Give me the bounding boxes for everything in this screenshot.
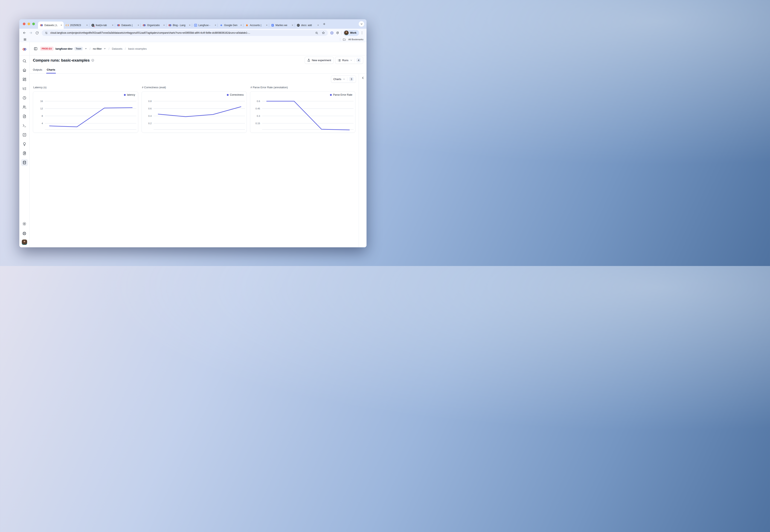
chevron-down-icon: [360, 23, 363, 25]
org-chevron-down-icon[interactable]: [85, 47, 87, 50]
back-icon: [23, 31, 26, 35]
browser-tab[interactable]: Datasets |×: [115, 22, 141, 29]
password-manager-icon[interactable]: [330, 30, 335, 35]
tab-close-icon[interactable]: ×: [189, 24, 190, 27]
reload-button[interactable]: [34, 30, 40, 36]
browser-tab[interactable]: Marlies we×: [269, 22, 295, 29]
chevron-left-icon: [361, 76, 364, 79]
tab-outputs[interactable]: Outputs: [33, 68, 42, 73]
sidebar-item-playground[interactable]: [21, 122, 28, 129]
org-type-badge: Team: [74, 47, 83, 50]
tab-search-button[interactable]: [359, 21, 364, 27]
tab-close-icon[interactable]: ×: [292, 24, 293, 27]
tab-close-icon[interactable]: ×: [240, 24, 242, 27]
browser-tab[interactable]: docs: add×: [295, 22, 321, 29]
tab-list: Datasets | L×20250923×✕feat(io-tab×Datas…: [38, 19, 321, 29]
close-window-button[interactable]: [23, 23, 25, 25]
tune-icon: [45, 31, 48, 34]
chart-title: # Correctness (eval): [142, 86, 247, 89]
extensions-icon[interactable]: [335, 30, 340, 35]
project-name[interactable]: no-filter: [93, 47, 102, 50]
collapse-panel-chevron-left-icon[interactable]: [361, 76, 365, 80]
forward-button[interactable]: [28, 30, 34, 36]
langfuse-logo[interactable]: [22, 47, 27, 51]
tab-close-icon[interactable]: ×: [112, 24, 114, 27]
legend-dot: [330, 94, 332, 96]
sidebar-item-settings[interactable]: [21, 220, 28, 227]
info-icon[interactable]: [91, 59, 94, 62]
tab-close-icon[interactable]: ×: [163, 24, 165, 27]
url-text: cloud.langfuse.com/project/cmfwgv8fx002o…: [50, 31, 313, 34]
tab-close-icon[interactable]: ×: [60, 24, 62, 27]
tab-close-icon[interactable]: ×: [86, 24, 88, 27]
chart-legend: Correctness: [227, 93, 244, 96]
profile-label: Work: [350, 31, 356, 34]
sidebar-bottom: [21, 220, 28, 245]
tab-close-icon[interactable]: ×: [215, 24, 216, 27]
browser-tab[interactable]: Accounts |×: [244, 22, 269, 29]
svg-text:8: 8: [41, 115, 43, 117]
onepassword-icon: [330, 31, 334, 35]
sidebar-item-support[interactable]: [21, 230, 28, 237]
tab-close-icon[interactable]: ×: [266, 24, 268, 27]
browser-tab[interactable]: Google Gen×: [218, 22, 244, 29]
breadcrumb-dataset-name[interactable]: basic-examples: [128, 47, 147, 50]
zoom-icon[interactable]: [314, 30, 319, 35]
address-bar[interactable]: cloud.langfuse.com/project/cmfwgv8fx002o…: [42, 30, 328, 36]
sidebar-toggle-icon[interactable]: [33, 46, 38, 51]
project-chevron-down-icon[interactable]: [103, 47, 106, 50]
site-info-icon[interactable]: [44, 30, 49, 35]
browser-menu-icon[interactable]: [360, 30, 364, 35]
page-header: Compare runs: basic-examples New experim…: [30, 55, 367, 65]
tab-close-icon[interactable]: ×: [317, 24, 319, 27]
runs-dropdown-button[interactable]: Runs 4: [335, 57, 363, 64]
flask-icon: [307, 59, 310, 62]
sidebar-item-annotation-queues[interactable]: [21, 150, 28, 157]
charts-dropdown-button[interactable]: Charts 3: [331, 76, 356, 83]
browser-tab[interactable]: Datasets | L×: [38, 22, 64, 29]
breadcrumb: PROD-EU langfuse-dev Team / no-filter / …: [30, 42, 367, 55]
langfuse-favicon: [117, 24, 120, 27]
tab-charts[interactable]: Charts: [47, 68, 55, 73]
sidebar-item-evaluation[interactable]: [21, 131, 28, 138]
sidebar-item-users[interactable]: [21, 104, 28, 111]
sidebar-item-home[interactable]: [21, 67, 28, 74]
browser-tab[interactable]: 6Langfuse -×: [192, 22, 218, 29]
sidebar-item-prompts[interactable]: [21, 113, 28, 120]
sidebar-item-datasets[interactable]: [21, 159, 28, 166]
sidebar-item-dashboards[interactable]: [21, 76, 28, 83]
profile-chip[interactable]: Work: [343, 30, 359, 36]
chart-card: Parse Error Rate0.60.450.30.15: [250, 91, 355, 133]
notes-favicon: [271, 24, 274, 27]
lifebuoy-icon: [22, 231, 26, 236]
sidebar-item-sessions[interactable]: [21, 94, 28, 101]
new-tab-button[interactable]: [322, 21, 327, 27]
browser-tab[interactable]: ✕feat(io-tab×: [89, 22, 115, 29]
tab-title: Datasets |: [121, 24, 136, 27]
user-avatar[interactable]: [22, 240, 27, 245]
maximize-window-button[interactable]: [32, 23, 35, 25]
all-bookmarks-label[interactable]: All Bookmarks: [348, 38, 364, 41]
tab-close-icon[interactable]: ×: [137, 24, 139, 27]
back-button[interactable]: [21, 30, 27, 36]
browser-tab[interactable]: 20250923×: [64, 22, 89, 29]
runs-chevron-down-icon: [350, 59, 353, 62]
breadcrumb-datasets-link[interactable]: Datasets: [112, 47, 122, 50]
sidebar-item-search[interactable]: [21, 57, 28, 64]
langfuse-knot-icon: [22, 47, 27, 51]
apps-grid-icon[interactable]: [22, 37, 27, 42]
sidebar-item-tracing[interactable]: [21, 85, 28, 92]
environment-badge: PROD-EU: [40, 47, 54, 51]
search-icon: [22, 59, 26, 63]
org-name[interactable]: langfuse-dev: [55, 47, 72, 50]
svg-text:0.6: 0.6: [148, 107, 151, 110]
svg-text:0.2: 0.2: [148, 122, 151, 125]
browser-tab[interactable]: Organizatio×: [141, 22, 166, 29]
browser-tab[interactable]: Blog - Lang×: [166, 22, 192, 29]
bookmark-star-icon[interactable]: [321, 30, 326, 35]
minimize-window-button[interactable]: [28, 23, 30, 25]
clock-icon: [22, 96, 26, 100]
tab-title: Organizatio: [147, 24, 162, 27]
new-experiment-button[interactable]: New experiment: [305, 57, 334, 64]
sidebar-item-insights[interactable]: [21, 141, 28, 148]
